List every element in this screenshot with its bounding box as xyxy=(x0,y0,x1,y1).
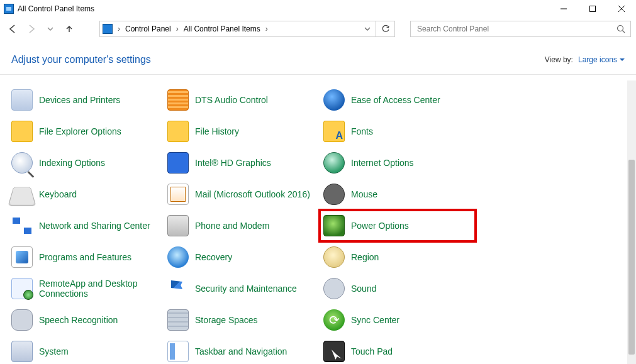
control-panel-item[interactable]: Sync Center xyxy=(320,304,476,336)
address-icon xyxy=(103,24,113,34)
refresh-button[interactable] xyxy=(376,21,395,37)
net-icon xyxy=(11,215,33,236)
minimize-button[interactable] xyxy=(549,0,578,18)
item-label: Indexing Options xyxy=(39,158,105,168)
control-panel-item[interactable]: Region xyxy=(320,241,476,273)
sound-icon xyxy=(323,278,345,299)
item-label: DTS Audio Control xyxy=(195,95,268,105)
control-panel-item[interactable]: Sound xyxy=(320,273,476,304)
address-dropdown-icon[interactable] xyxy=(362,26,373,32)
power-icon xyxy=(323,215,345,236)
svg-point-4 xyxy=(618,26,623,31)
control-panel-item[interactable]: Programs and Features xyxy=(8,241,164,273)
control-panel-item[interactable]: Taskbar and Navigation xyxy=(164,336,320,364)
item-label: Recovery xyxy=(195,252,232,262)
item-label: Mouse xyxy=(351,189,377,199)
item-label: Mail (Microsoft Outlook 2016) xyxy=(195,189,310,199)
task-icon xyxy=(167,341,189,362)
control-panel-item[interactable]: Mail (Microsoft Outlook 2016) xyxy=(164,179,320,210)
close-button[interactable] xyxy=(607,0,636,18)
up-button[interactable] xyxy=(62,21,77,36)
control-panel-item[interactable]: Speech Recognition xyxy=(8,304,164,336)
control-panel-item[interactable]: RemoteApp and Desktop Connections xyxy=(8,273,164,304)
mic-icon xyxy=(11,309,33,331)
control-panel-item[interactable]: Power Options xyxy=(320,210,476,241)
scrollbar-thumb[interactable] xyxy=(628,160,635,355)
item-label: Power Options xyxy=(351,221,409,231)
view-by-value[interactable]: Large icons xyxy=(578,55,625,64)
chevron-right-icon: › xyxy=(264,25,269,33)
item-label: Region xyxy=(351,252,379,262)
control-panel-item[interactable]: DTS Audio Control xyxy=(164,84,320,116)
touch-icon xyxy=(323,341,345,362)
recov-icon xyxy=(167,246,189,268)
control-panel-item[interactable]: Security and Maintenance xyxy=(164,273,320,304)
control-panel-item[interactable]: Internet Options xyxy=(320,147,476,179)
window-title: All Control Panel Items xyxy=(18,4,94,13)
mail-icon xyxy=(167,184,189,205)
item-label: Phone and Modem xyxy=(195,221,269,231)
address-bar[interactable]: › Control Panel › All Control Panel Item… xyxy=(99,21,376,37)
item-label: Storage Spaces xyxy=(195,315,258,325)
control-panel-item[interactable]: Keyboard xyxy=(8,179,164,210)
recent-dropdown-icon[interactable] xyxy=(43,21,58,36)
item-label: Touch Pad xyxy=(351,346,393,356)
header: Adjust your computer's settings View by:… xyxy=(0,40,636,74)
phone-icon xyxy=(167,215,189,236)
search-box[interactable] xyxy=(410,21,631,37)
item-label: Intel® HD Graphics xyxy=(195,158,271,168)
sync-icon xyxy=(323,309,345,331)
titlebar: All Control Panel Items xyxy=(0,0,636,18)
control-panel-item[interactable]: Ease of Access Center xyxy=(320,84,476,116)
window-icon xyxy=(4,4,14,14)
search-icon[interactable] xyxy=(616,25,625,33)
control-panel-item[interactable]: System xyxy=(8,336,164,364)
control-panel-item[interactable]: Storage Spaces xyxy=(164,304,320,336)
intel-icon xyxy=(167,152,189,174)
maximize-button[interactable] xyxy=(578,0,607,18)
control-panel-item[interactable]: File History xyxy=(164,116,320,147)
globe-icon xyxy=(323,152,345,174)
item-label: Internet Options xyxy=(351,158,414,168)
item-label: File History xyxy=(195,126,239,136)
prog-icon xyxy=(11,246,33,268)
nav-row: › Control Panel › All Control Panel Item… xyxy=(0,18,636,40)
item-label: Taskbar and Navigation xyxy=(195,346,287,356)
control-panel-item[interactable]: File Explorer Options xyxy=(8,116,164,147)
page-title: Adjust your computer's settings xyxy=(11,54,151,65)
control-panel-item[interactable]: Touch Pad xyxy=(320,336,476,364)
back-button[interactable] xyxy=(5,21,20,36)
control-panel-item[interactable]: Fonts xyxy=(320,116,476,147)
folderA-icon xyxy=(323,121,345,142)
control-panel-item[interactable]: Mouse xyxy=(320,179,476,210)
items-grid: Devices and PrintersDTS Audio ControlEas… xyxy=(8,84,620,364)
control-panel-item[interactable]: Indexing Options xyxy=(8,147,164,179)
divider xyxy=(0,74,636,75)
sys-icon xyxy=(11,341,33,362)
control-panel-item[interactable]: Network and Sharing Center xyxy=(8,210,164,241)
item-label: RemoteApp and Desktop Connections xyxy=(39,279,160,299)
remote-icon xyxy=(11,278,33,299)
chevron-right-icon: › xyxy=(116,25,121,33)
item-label: Sync Center xyxy=(351,315,399,325)
item-label: System xyxy=(39,346,69,356)
region-icon xyxy=(323,246,345,268)
scrollbar[interactable] xyxy=(627,80,636,364)
chevron-right-icon: › xyxy=(175,25,180,33)
control-panel-item[interactable]: Devices and Printers xyxy=(8,84,164,116)
control-panel-item[interactable]: Recovery xyxy=(164,241,320,273)
control-panel-item[interactable]: Phone and Modem xyxy=(164,210,320,241)
mag-icon xyxy=(11,152,33,174)
search-input[interactable] xyxy=(416,24,625,34)
window-controls xyxy=(549,0,636,18)
forward-button[interactable] xyxy=(24,21,39,36)
chevron-down-icon xyxy=(620,57,625,62)
flag-icon xyxy=(167,278,189,299)
view-by: View by: Large icons xyxy=(545,55,625,64)
item-label: Ease of Access Center xyxy=(351,95,440,105)
kb-icon xyxy=(8,187,36,206)
breadcrumb-item[interactable]: All Control Panel Items xyxy=(181,23,263,35)
item-label: Sound xyxy=(351,284,376,294)
control-panel-item[interactable]: Intel® HD Graphics xyxy=(164,147,320,179)
breadcrumb-item[interactable]: Control Panel xyxy=(123,23,174,35)
